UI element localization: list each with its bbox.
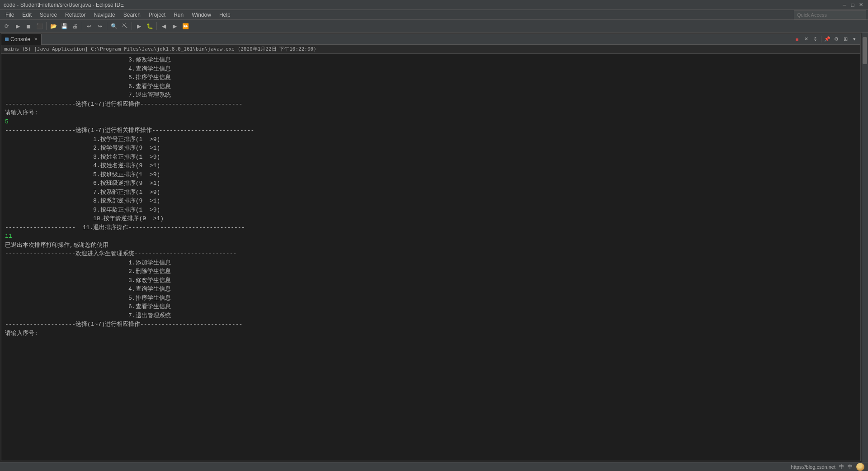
console-line: 5.排序学生信息 xyxy=(5,73,857,82)
window-controls: ─ □ ✕ xyxy=(841,1,864,9)
toolbar-btn-12[interactable]: ▶ xyxy=(134,21,144,31)
scrollbar-thumb[interactable] xyxy=(863,37,867,64)
console-tab-close[interactable]: ✕ xyxy=(34,37,38,42)
maximize-button[interactable]: □ xyxy=(849,1,856,9)
menu-search[interactable]: Search xyxy=(120,11,144,19)
con-sep xyxy=(821,36,821,42)
menu-run[interactable]: Run xyxy=(170,11,187,19)
console-settings-btn[interactable]: ⚙ xyxy=(832,35,840,43)
toolbar-btn-3[interactable]: ◼ xyxy=(24,21,33,31)
toolbar-btn-7[interactable]: 🖨 xyxy=(70,21,80,31)
console-line: 5.按班级正排序(1 >9) xyxy=(5,170,857,179)
menu-window[interactable]: Window xyxy=(188,11,215,19)
menu-help[interactable]: Help xyxy=(216,11,234,19)
console-line: --------------------选择(1~7)进行相应操作-------… xyxy=(5,320,857,329)
toolbar-btn-13[interactable]: 🐛 xyxy=(145,21,155,31)
toolbar-sep-4 xyxy=(132,22,132,30)
console-line: 9.按年龄正排序(1 >9) xyxy=(5,206,857,215)
console-line: 已退出本次排序打印操作,感谢您的使用 xyxy=(5,241,857,250)
console-line: --------------------选择(1~7)进行相应操作-------… xyxy=(5,100,857,109)
menu-project[interactable]: Project xyxy=(145,11,169,19)
console-line: 请输入序号: xyxy=(5,329,857,338)
console-line: 3.按姓名正排序(1 >9) xyxy=(5,153,857,162)
toolbar-sep-5 xyxy=(156,22,157,30)
menu-bar: File Edit Source Refactor Navigate Searc… xyxy=(0,10,868,20)
menu-refactor[interactable]: Refactor xyxy=(61,11,89,19)
toolbar-btn-14[interactable]: ◀ xyxy=(159,21,169,31)
menu-source[interactable]: Source xyxy=(36,11,61,19)
console-clear-btn[interactable]: ✕ xyxy=(802,35,810,43)
status-lang: 中 xyxy=(839,463,844,470)
console-line: 6.查看学生信息 xyxy=(5,82,857,91)
menu-navigate[interactable]: Navigate xyxy=(90,11,118,19)
status-avatar xyxy=(856,463,864,471)
menu-file[interactable]: File xyxy=(2,11,18,19)
console-line: 6.查看学生信息 xyxy=(5,302,857,311)
console-line: 5.排序学生信息 xyxy=(5,294,857,303)
console-scroll-lock-btn[interactable]: ⇕ xyxy=(811,35,819,43)
console-line: 11 xyxy=(5,232,857,241)
toolbar-sep-2 xyxy=(82,22,82,30)
window-title: code - StudentFileItem/src/User.java - E… xyxy=(4,2,124,8)
console-line: 7.退出管理系统 xyxy=(5,91,857,100)
console-tab[interactable]: Console ✕ xyxy=(1,34,42,45)
toolbar-btn-15[interactable]: ▶ xyxy=(170,21,179,31)
toolbar-btn-11[interactable]: ⛏ xyxy=(120,21,130,31)
console-line: 7.退出管理系统 xyxy=(5,311,857,320)
toolbar-btn-5[interactable]: 📂 xyxy=(48,21,58,31)
console-line: 5 xyxy=(5,118,857,127)
toolbar: ⟳ ▶ ◼ ⬛ 📂 💾 🖨 ↩ ↪ 🔍 ⛏ ▶ 🐛 ◀ ▶ ⏩ xyxy=(0,20,868,33)
console-line: 2.按学号逆排序(9 >1) xyxy=(5,144,857,153)
console-line: 4.按姓名逆排序(9 >1) xyxy=(5,161,857,170)
console-maximize-btn[interactable]: ⊞ xyxy=(841,35,849,43)
console-line: 2.删除学生信息 xyxy=(5,267,857,276)
console-path-text: mains (5) [Java Application] C:\Program … xyxy=(4,46,316,52)
console-line: --------------------欢迎进入学生管理系统----------… xyxy=(5,250,857,259)
title-bar: code - StudentFileItem/src/User.java - E… xyxy=(0,0,868,10)
scrollbar-track[interactable] xyxy=(862,33,868,462)
console-line: --------------------选择(1~7)进行相关排序操作-----… xyxy=(5,126,857,135)
toolbar-btn-10[interactable]: 🔍 xyxy=(109,21,119,31)
console-line: 7.按系部正排序(1 >9) xyxy=(5,188,857,197)
status-bar: https://blog.csdn.net 中 中 xyxy=(0,462,868,471)
side-panel-right xyxy=(862,33,868,462)
console-line: 4.查询学生信息 xyxy=(5,285,857,294)
console-line: 10.按年龄逆排序(9 >1) xyxy=(5,214,857,223)
toolbar-btn-16[interactable]: ⏩ xyxy=(180,21,190,31)
minimize-button[interactable]: ─ xyxy=(841,1,848,9)
console-stop-btn[interactable]: ■ xyxy=(793,35,801,43)
console-line: 1.按学号正排序(1 >9) xyxy=(5,135,857,144)
console-view-menu-btn[interactable]: ▾ xyxy=(850,35,859,43)
console-tab-label: Console xyxy=(10,36,30,42)
close-button[interactable]: ✕ xyxy=(857,1,864,9)
toolbar-sep-1 xyxy=(46,22,47,30)
console-line: -------------------- 11.退出排序操作----------… xyxy=(5,223,857,232)
console-content[interactable]: 3.修改学生信息 4.查询学生信息 5.排序学生信息 6.查看学生信息 7.退出… xyxy=(1,54,860,461)
status-input-mode: 中 xyxy=(848,463,853,470)
console-path: mains (5) [Java Application] C:\Program … xyxy=(1,45,860,54)
console-line: 8.按系部逆排序(9 >1) xyxy=(5,197,857,206)
toolbar-sep-3 xyxy=(107,22,107,30)
status-url: https://blog.csdn.net xyxy=(791,464,835,470)
console-line: 6.按班级逆排序(9 >1) xyxy=(5,179,857,188)
console-line: 3.修改学生信息 xyxy=(5,56,857,65)
toolbar-btn-2[interactable]: ▶ xyxy=(13,21,23,31)
console-line: 3.修改学生信息 xyxy=(5,276,857,285)
toolbar-btn-4[interactable]: ⬛ xyxy=(34,21,44,31)
console-line: 4.查询学生信息 xyxy=(5,65,857,74)
toolbar-btn-8[interactable]: ↩ xyxy=(84,21,94,31)
toolbar-btn-1[interactable]: ⟳ xyxy=(2,21,12,31)
console-line: 1.添加学生信息 xyxy=(5,259,857,268)
toolbar-btn-9[interactable]: ↪ xyxy=(95,21,105,31)
main-area: Console ✕ ■ ✕ ⇕ 📌 ⚙ ⊞ ▾ mains (5) [Java … xyxy=(0,33,868,462)
console-panel: Console ✕ ■ ✕ ⇕ 📌 ⚙ ⊞ ▾ mains (5) [Java … xyxy=(1,33,861,461)
console-tab-icon xyxy=(5,38,9,41)
console-pin-btn[interactable]: 📌 xyxy=(823,35,831,43)
quick-access-input[interactable] xyxy=(794,10,866,19)
console-line: 请输入序号: xyxy=(5,108,857,118)
menu-edit[interactable]: Edit xyxy=(19,11,35,19)
console-tab-bar: Console ✕ ■ ✕ ⇕ 📌 ⚙ ⊞ ▾ xyxy=(1,34,860,45)
toolbar-btn-6[interactable]: 💾 xyxy=(59,21,69,31)
